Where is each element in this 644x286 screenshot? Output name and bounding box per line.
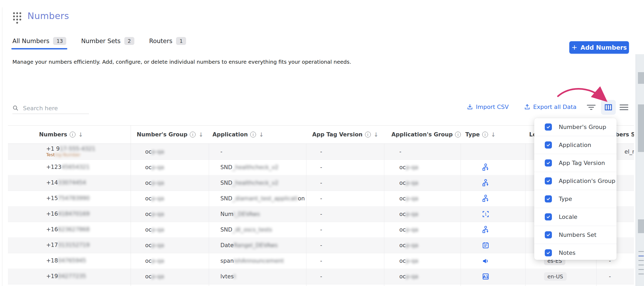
cell-application: SND_healthcheck_v2 [220,159,278,175]
hierarchy-icon [479,159,492,175]
sort-descending-icon[interactable]: ↓ [374,131,378,138]
minimap-text-line [638,265,644,265]
svg-text:A1: A1 [483,274,488,279]
info-icon[interactable]: i [250,132,256,137]
cell-numbers: +1433074454 [46,175,86,191]
export-all-data-button[interactable]: Export all Data [524,104,576,110]
column-menu-item-locale[interactable]: Locale [534,208,617,226]
locale-badge: en-US [544,272,567,281]
column-header-label: Application [212,131,248,138]
minimap-text-line [638,260,644,261]
import-csv-label: Import CSV [476,104,509,110]
checkbox-checked[interactable] [545,159,552,167]
column-header-type[interactable]: Typei↓ [465,126,496,144]
column-menu-item-type[interactable]: Type [534,190,617,208]
info-icon[interactable]: i [70,132,75,137]
import-csv-button[interactable]: Import CSV [467,104,509,110]
cell-numbers-set: - [609,269,611,284]
add-numbers-button[interactable]: + Add Numbers [569,41,629,54]
info-icon[interactable]: i [482,132,488,137]
search-input[interactable] [22,105,84,112]
a1-icon: A1 [479,269,492,284]
tab-all-numbers[interactable]: All Numbers13 [12,37,66,45]
column-header-app-tag-version[interactable]: App Tag Versioni↓ [312,126,378,144]
cell-application: spanishAnnouncement [220,253,284,269]
cell-numbers-group: ocp-qa [145,253,164,269]
cell-applications-group: - [399,144,401,159]
cell-numbers: +16418470169 [46,206,90,222]
cell-numbers: +1904277235 [46,269,86,284]
cell-applications-group: ocp-qa [399,253,418,269]
filter-icon[interactable] [586,103,596,112]
cell-application: - [220,144,222,159]
right-scroll-strip[interactable] [634,0,644,286]
checkbox-checked[interactable] [545,249,552,256]
checkbox-checked[interactable] [545,231,552,238]
minimap-text-line [638,251,644,252]
column-header-number-s-group[interactable]: Number's Groupi↓ [137,126,203,144]
checkbox-checked[interactable] [545,177,552,184]
cell-application: SND_healthcheck_v2 [220,175,278,191]
column-menu-item-numbers-set[interactable]: Numbers Set [534,226,617,244]
cell-numbers-group: ocp-qa [145,222,164,237]
tab-routers[interactable]: Routers1 [149,37,186,45]
cell-applications-group: ocp-qa [399,206,418,222]
pinned-column-divider [131,126,131,286]
svg-text:1: 1 [485,212,487,216]
cell-numbers-group: ocp-qa [145,269,164,284]
cell-app-tag-version: - [320,144,322,159]
column-visibility-menu: Number's GroupApplicationApp Tag Version… [534,118,617,260]
cell-numbers: +15754783990 [46,191,90,206]
sort-descending-icon[interactable]: ↓ [491,131,496,138]
export-all-data-label: Export all Data [533,104,576,110]
info-icon[interactable]: i [365,132,371,137]
checkbox-checked[interactable] [545,195,552,202]
window-edge-left [2,7,2,286]
table-row[interactable]: +1904277235ocp-qalvtest-ocp-qaA1en-US- [8,269,634,284]
cell-numbers-group: ocp-qa [145,144,164,159]
checkbox-checked[interactable] [545,141,552,149]
cell-application: lvtest [220,269,236,284]
cell-numbers: +1 917-555-4321Testing Number [46,144,95,159]
cell-app-tag-version: - [320,237,322,253]
checkbox-checked[interactable] [545,213,552,220]
sort-descending-icon[interactable]: ↓ [259,131,264,138]
tab-number-sets[interactable]: Number Sets2 [81,37,134,45]
info-icon[interactable]: i [190,132,196,137]
column-header-label: App Tag Version [312,131,363,138]
column-menu-item-number-s-group[interactable]: Number's Group [534,118,617,136]
tab-label: Routers [149,38,172,44]
column-menu-item-app-tag-version[interactable]: App Tag Version [534,154,617,172]
info-icon[interactable]: i [455,132,461,137]
scroll-thumb[interactable] [638,104,644,152]
column-menu-label: Locale [559,214,577,220]
cell-applications-group: ocp-qa [399,191,418,206]
minimap-text-line [638,269,644,270]
column-header-numbers[interactable]: Numbersi↓ [39,126,83,144]
column-header-label: Type [465,131,480,138]
cell-application: DateRangel_DEVAws [220,237,278,253]
megaphone-icon [479,253,492,269]
columns-visibility-button[interactable] [601,100,616,115]
column-header-label: Application's Group [391,131,453,138]
cell-app-tag-version: - [320,175,322,191]
number-note: Testing Number [46,152,80,158]
density-icon[interactable] [619,103,629,112]
column-header-application-s-group[interactable]: Application's Groupi [391,126,461,144]
column-menu-item-application[interactable]: Application [534,136,617,154]
column-header-application[interactable]: Applicationi↓ [212,126,264,144]
checkbox-checked[interactable] [545,123,552,131]
column-menu-item-notes[interactable]: Notes [534,244,617,260]
cell-application: SND_dt_oscs_tests [220,222,272,237]
column-menu-label: Notes [559,250,576,256]
scroll-thumb[interactable] [638,72,644,84]
page-title: Numbers [27,11,69,21]
cell-application: Numl_DEVAws [220,206,260,222]
column-header-label: Numbers [39,131,67,138]
column-menu-item-application-s-group[interactable]: Application's Group [534,172,617,190]
sort-descending-icon[interactable]: ↓ [78,131,83,138]
sort-descending-icon[interactable]: ↓ [198,131,203,138]
scroll-thumb[interactable] [638,219,644,233]
tab-count-badge: 2 [124,37,134,45]
cell-app-tag-version: - [320,222,322,237]
